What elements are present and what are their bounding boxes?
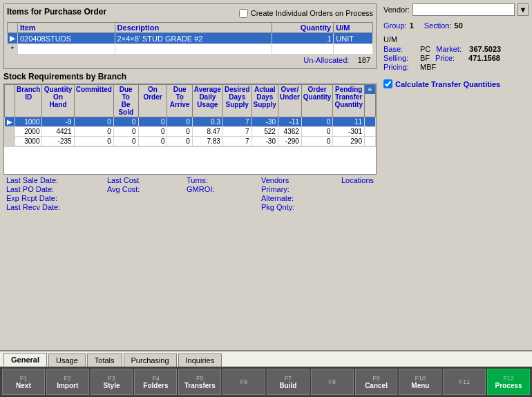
fkeys-bar: F1 Next F2 Import F3 Style F4 Folders F5… (0, 367, 532, 397)
stock-row-3000-scroll (365, 137, 376, 146)
gmroi-label: GMROI: (187, 185, 214, 193)
group-item: Group: 1 (383, 21, 414, 30)
tab-inquiries[interactable]: Inquiries (178, 354, 222, 367)
stock-col-scroll: ≡ (365, 85, 376, 117)
last-recv-row: Last Recv Date: (6, 203, 60, 211)
um-selling-label: Selling: (383, 54, 415, 62)
stock-row-3000-order: 0 (301, 137, 333, 146)
fkey-f1-num: F1 (20, 375, 28, 382)
fkey-f10-num: F10 (415, 375, 426, 382)
stock-row-1000-order: 0 (301, 117, 333, 127)
um-selling-value: BF (420, 54, 430, 62)
fkey-f7[interactable]: F7 Build (267, 369, 310, 395)
um-pricing-row: Pricing: MBF (383, 63, 529, 71)
stock-col-due-arrive: Due ToArrive (167, 85, 192, 117)
stock-row-2000-on-order: 0 (138, 127, 167, 137)
items-top-row: Items for Purchase Order Create Individu… (7, 7, 373, 19)
fkey-f11-num: F11 (459, 378, 470, 385)
stock-row-1000-due-sold: 0 (113, 117, 138, 127)
primary-label: Primary: (261, 185, 289, 193)
stock-row-2000[interactable]: 2000 4421 0 0 0 0 8.47 7 522 4362 0 (5, 127, 376, 137)
fkey-f5[interactable]: F5 Transfers (178, 369, 221, 395)
tab-purchasing[interactable]: Purchasing (124, 354, 177, 367)
fkey-f2[interactable]: F2 Import (46, 369, 89, 395)
fkey-f4-label: Folders (143, 382, 168, 389)
items-title: Items for Purchase Order (7, 7, 106, 17)
stock-row-2000-desired: 7 (222, 127, 251, 137)
stock-row-2000-qty: 4421 (42, 127, 74, 137)
items-row-1-qty: 1 (272, 33, 334, 44)
right-panel: Vendor: ▼ Group: 1 Section: 50 U/M (380, 0, 532, 350)
fkey-f10[interactable]: F10 Menu (399, 369, 441, 395)
group-label: Group: (383, 21, 407, 30)
exp-rcpt-label: Exp Rcpt Date: (6, 194, 57, 202)
items-row-new-item[interactable] (18, 44, 115, 55)
stock-row-2000-branch: 2000 (15, 127, 42, 137)
stock-row-1000[interactable]: ▶ 1000 -9 0 0 0 0 0.3 7 -30 -11 (5, 117, 376, 127)
stock-row-3000-pending: 290 (333, 137, 365, 146)
stock-row-1000-pending: 11 (333, 117, 365, 127)
fkey-f4[interactable]: F4 Folders (134, 369, 177, 395)
fkey-f6-num: F6 (240, 378, 248, 385)
um-selling-row: Selling: BF Price: 471.1568 (383, 54, 529, 62)
fkey-f7-label: Build (279, 382, 296, 389)
um-market-value: 367.5023 (469, 45, 501, 53)
stock-row-3000-avg-daily: 7.83 (192, 137, 222, 146)
stock-row-1000-desired: 7 (222, 117, 251, 127)
fkey-f12-label: Process (495, 382, 522, 389)
stock-col-avg-daily: AverageDailyUsage (192, 85, 222, 117)
items-row-new-indicator: * (8, 44, 18, 55)
info-col-2: Last Cost Avg Cost: (107, 176, 140, 211)
items-row-1-indicator: ▶ (8, 33, 18, 44)
fkey-f9[interactable]: F9 Cancel (355, 369, 398, 395)
tab-usage[interactable]: Usage (48, 354, 86, 367)
create-checkbox[interactable] (239, 9, 248, 18)
top-area: Items for Purchase Order Create Individu… (0, 0, 532, 350)
stock-row-1000-ind: ▶ (5, 117, 15, 127)
stock-row-1000-actual: -30 (251, 117, 278, 127)
um-base-row: Base: PC Market: 367.5023 (383, 45, 529, 53)
stock-col-committed: Committed (74, 85, 113, 117)
stock-col-pending: PendingTransferQuantity (333, 85, 365, 117)
fkey-f8: F8 (311, 369, 354, 395)
items-row-1[interactable]: ▶ 020408STUDS 2×4×8' STUD GRADE #2 1 UNI… (8, 33, 373, 44)
avg-cost-row: Avg Cost: (107, 185, 140, 193)
stock-row-3000-due-sold: 0 (113, 137, 138, 146)
last-sale-label: Last Sale Date: (6, 176, 58, 184)
vendor-dropdown-button[interactable]: ▼ (517, 3, 529, 16)
stock-col-over-under: Over/Under (278, 85, 301, 117)
calc-transfer: Calculate Transfer Quantities (383, 79, 529, 88)
fkey-f1[interactable]: F1 Next (2, 369, 45, 395)
stock-row-3000-actual: -30 (251, 137, 278, 146)
unallocated-label: Un-Allocated: (303, 56, 349, 64)
fkey-f6: F6 (222, 369, 265, 395)
fkey-f12[interactable]: F12 Process (487, 369, 530, 395)
fkey-f3[interactable]: F3 Style (91, 369, 133, 395)
last-cost-row: Last Cost (107, 176, 140, 184)
items-row-new[interactable]: * (8, 44, 373, 55)
stock-col-actual-days: ActualDaysSupply (251, 85, 278, 117)
items-col-desc: Description (115, 23, 272, 33)
locations-label: Locations (341, 176, 374, 184)
last-po-row: Last PO Date: (6, 185, 60, 193)
fkey-f3-num: F3 (108, 375, 115, 382)
stock-title: Stock Requirements by Branch (3, 72, 377, 81)
info-col-1: Last Sale Date: Last PO Date: Exp Rcpt D… (6, 176, 60, 211)
info-col-4: Vendors Primary: Alternate: Pkg Qnty: (261, 176, 294, 211)
vendor-input[interactable] (412, 3, 515, 16)
stock-row-3000-branch: 3000 (15, 137, 42, 146)
info-bottom: Last Sale Date: Last PO Date: Exp Rcpt D… (3, 175, 377, 213)
stock-row-3000-on-order: 0 (138, 137, 167, 146)
items-row-1-item[interactable]: 020408STUDS (18, 33, 115, 44)
vendors-row: Vendors (261, 176, 294, 184)
stock-col-ind (5, 85, 15, 117)
tab-totals[interactable]: Totals (87, 354, 122, 367)
stock-row-3000[interactable]: 3000 -235 0 0 0 0 7.83 7 -30 -290 0 (5, 137, 376, 146)
calc-transfer-checkbox[interactable] (383, 79, 392, 88)
fkey-f11: F11 (443, 369, 486, 395)
tab-general[interactable]: General (3, 353, 47, 367)
section-value: 50 (455, 21, 463, 30)
group-section-row: Group: 1 Section: 50 (383, 21, 529, 30)
stock-row-2000-due-sold: 0 (113, 127, 138, 137)
last-recv-label: Last Recv Date: (6, 203, 60, 211)
